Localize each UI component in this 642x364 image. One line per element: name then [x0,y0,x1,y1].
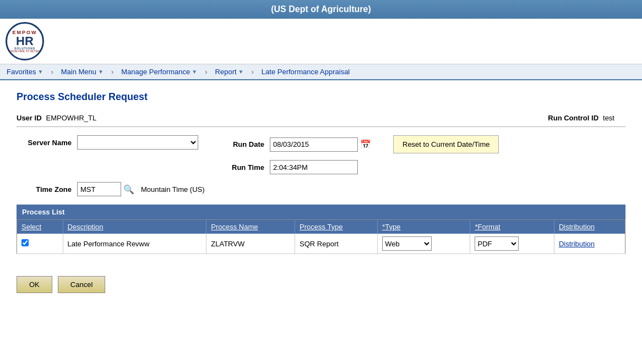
main-content: Process Scheduler Request User ID EMPOWH… [0,80,642,304]
process-table: Select Description Process Name Process … [17,219,625,254]
run-time-label: Run Time [226,163,270,172]
time-zone-search-icon[interactable]: 🔍 [123,184,134,195]
table-row: Late Performance RevwwZLATRVWSQR ReportW… [17,234,625,254]
nav-sep-1: › [50,64,54,79]
run-control-id-value: test [603,114,614,122]
run-date-label: Run Date [226,140,270,148]
main-menu-dropdown-arrow: ▼ [98,69,104,75]
col-header-type[interactable]: *Type [378,220,470,234]
run-date-row: Run Date 📅 Reset to Current Date/Time [226,135,499,153]
reset-date-time-button[interactable]: Reset to Current Date/Time [393,135,499,153]
server-name-select[interactable] [77,135,198,150]
distribution-link[interactable]: Distribution [559,240,595,248]
timezone-row: Time Zone 🔍 Mountain Time (US) [17,182,625,196]
row-type-select[interactable]: WebWindowEmail [382,236,432,251]
time-zone-description: Mountain Time (US) [141,185,205,194]
cancel-button[interactable]: Cancel [58,276,105,293]
header-title: (US Dept of Agriculture) [271,4,371,14]
row-select-checkbox[interactable] [21,239,29,246]
col-header-select[interactable]: Select [17,220,63,234]
report-dropdown-arrow: ▼ [238,69,244,75]
nav-sep-2: › [110,64,115,79]
favorites-dropdown-arrow: ▼ [37,69,43,75]
date-time-col: Run Date 📅 Reset to Current Date/Time Ru… [226,135,625,178]
row-description: Late Performance Revww [63,234,206,254]
nav-sep-4: › [250,64,254,79]
server-name-label: Server Name [17,139,77,147]
nav-bar: Favorites ▼ › Main Menu ▼ › Manage Perfo… [0,64,642,80]
server-datetime-row: Server Name Run Date 📅 Reset to Current … [17,135,625,178]
reset-button-container: Reset to Current Date/Time [382,135,499,153]
row-type-cell: WebWindowEmail [378,234,470,254]
row-process-name: ZLATRVW [206,234,295,254]
time-zone-input[interactable] [77,182,121,196]
row-process-type: SQR Report [295,234,378,254]
col-header-format[interactable]: *Format [470,220,554,234]
nav-late-performance-appraisal[interactable]: Late Performance Appraisal [255,64,356,79]
process-list-header: Process List [17,205,625,219]
page-header: (US Dept of Agriculture) [0,0,642,19]
logo-bar: EMPOW HR SOLUTIONS FROM HIRE TO RETIRE [0,19,642,64]
nav-favorites[interactable]: Favorites ▼ [0,64,50,79]
nav-manage-performance[interactable]: Manage Performance ▼ [115,64,204,79]
run-control-id-label: Run Control ID [548,114,599,122]
run-date-input[interactable] [270,137,358,152]
top-fields-row: User ID EMPOWHR_TL Run Control ID test [17,114,625,127]
row-distribution-cell: Distribution [554,234,625,254]
run-time-input[interactable] [270,160,358,174]
date-time-inner: Run Date 📅 Reset to Current Date/Time Ru… [226,135,499,178]
logo: EMPOW HR SOLUTIONS FROM HIRE TO RETIRE [6,22,44,60]
server-name-row: Server Name [17,135,226,150]
time-zone-label: Time Zone [17,185,77,194]
run-control-section: Run Control ID test [315,114,625,122]
col-header-distribution[interactable]: Distribution [554,220,625,234]
col-header-process-name[interactable]: Process Name [206,220,295,234]
user-id-label: User ID [17,114,42,122]
logo-circle: EMPOW HR SOLUTIONS FROM HIRE TO RETIRE [6,22,44,60]
process-list-section: Process List Select Description Process … [17,205,625,254]
page-title: Process Scheduler Request [17,91,625,103]
server-name-col: Server Name [17,135,226,155]
row-select-cell [17,234,63,254]
user-id-value: EMPOWHR_TL [46,114,97,122]
button-row: OK Cancel [17,276,625,293]
user-id-section: User ID EMPOWHR_TL [17,114,315,122]
table-header-row: Select Description Process Name Process … [17,220,625,234]
ok-button[interactable]: OK [17,276,52,293]
row-format-select[interactable]: PDFHTMTXTXLS [475,236,519,251]
row-format-cell: PDFHTMTXTXLS [470,234,554,254]
manage-performance-dropdown-arrow: ▼ [192,69,197,75]
nav-report[interactable]: Report ▼ [209,64,251,79]
nav-main-menu[interactable]: Main Menu ▼ [55,64,110,79]
col-header-process-type[interactable]: Process Type [295,220,378,234]
calendar-icon[interactable]: 📅 [360,139,371,150]
nav-sep-3: › [204,64,208,79]
run-time-row: Run Time [226,160,499,174]
col-header-description[interactable]: Description [63,220,206,234]
